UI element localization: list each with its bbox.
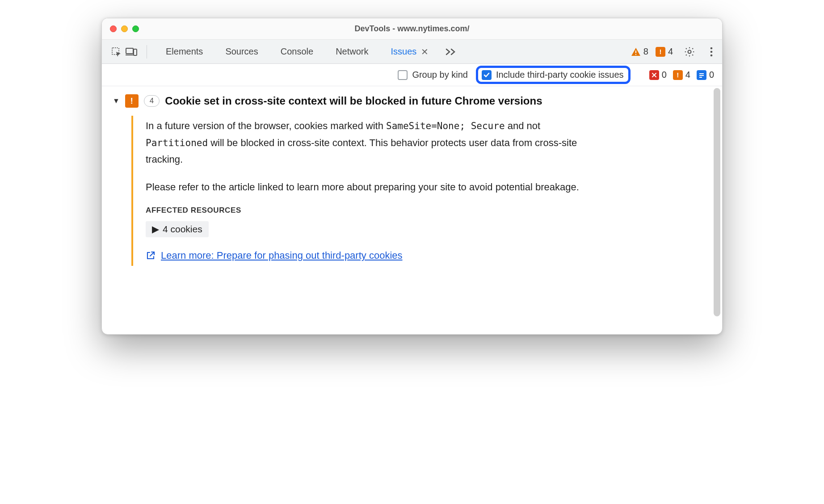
code-literal: SameSite=None; Secure [386,121,505,131]
tab-label: Elements [166,46,203,57]
count-value: 0 [709,70,714,80]
issues-panel-content: ▼ ! 4 Cookie set in cross-site context w… [102,86,722,334]
svg-rect-4 [635,50,636,53]
external-link-icon [146,251,156,260]
svg-rect-14 [699,77,702,78]
svg-rect-3 [134,49,137,55]
svg-rect-13 [699,75,704,76]
checkbox-label: Include third-party cookie issues [496,70,624,80]
warnings-count: 8 [643,46,648,57]
error-square-icon [649,70,659,80]
tab-label: Sources [225,46,258,57]
checkbox-checked-icon [482,70,492,80]
tab-label: Network [336,46,368,57]
affected-cookies-toggle[interactable]: ▶ 4 cookies [146,221,209,237]
issue-kind-badge-icon: ! [125,94,139,108]
checkbox-unchecked-icon [398,70,408,80]
issue-square-icon: ! [656,47,665,57]
svg-point-7 [710,47,713,49]
svg-line-15 [150,252,154,256]
info-count[interactable]: 0 [697,70,714,80]
tab-issues[interactable]: Issues ✕ [381,40,439,64]
close-tab-icon[interactable]: ✕ [421,46,429,57]
issue-kind-counts: 0 ! 4 0 [649,70,714,80]
svg-point-6 [688,50,691,53]
cookies-label: 4 cookies [163,224,202,235]
warning-square-icon: ! [673,70,683,80]
svg-point-9 [710,54,713,56]
info-square-icon [697,70,706,80]
tab-network[interactable]: Network [326,40,378,64]
window-title: DevTools - www.nytimes.com/ [102,24,722,34]
svg-point-8 [710,50,713,53]
svg-rect-5 [635,54,636,55]
more-tabs-icon[interactable] [441,48,462,56]
tab-label: Console [281,46,313,57]
issue-description-2: Please refer to the article linked to le… [146,179,587,195]
issues-filter-bar: Group by kind Include third-party cookie… [102,64,722,86]
issue-header-row[interactable]: ▼ ! 4 Cookie set in cross-site context w… [113,94,711,108]
issues-count: 4 [668,46,673,57]
group-by-kind-checkbox[interactable]: Group by kind [398,70,468,80]
devtools-tabstrip: Elements Sources Console Network Issues … [102,40,722,64]
warning-count[interactable]: ! 4 [673,70,690,80]
issue-description-1: In a future version of the browser, cook… [146,118,587,168]
expand-right-icon: ▶ [152,224,159,235]
devtools-window: DevTools - www.nytimes.com/ Elements Sou… [101,18,723,335]
checkbox-label: Group by kind [412,70,468,80]
issues-badge[interactable]: ! 4 [656,46,673,57]
tab-console[interactable]: Console [271,40,323,64]
issue-title: Cookie set in cross-site context will be… [165,95,542,107]
count-value: 4 [685,70,690,80]
issue-instance-count: 4 [144,95,160,107]
tab-elements[interactable]: Elements [156,40,213,64]
code-literal: Partitioned [146,138,208,148]
warning-triangle-icon [631,47,641,56]
include-third-party-checkbox[interactable]: Include third-party cookie issues [482,70,624,80]
tabstrip-right: 8 ! 4 [631,46,717,58]
device-toolbar-icon[interactable] [125,46,138,58]
issue-body: In a future version of the browser, cook… [131,116,587,266]
tab-label: Issues [391,46,417,57]
learn-more-link[interactable]: Learn more: Prepare for phasing out thir… [161,250,403,261]
settings-gear-icon[interactable] [680,46,699,58]
console-warnings-badge[interactable]: 8 [631,46,648,57]
scrollbar-thumb[interactable] [714,88,720,316]
divider [147,45,147,59]
count-value: 0 [662,70,667,80]
tab-sources[interactable]: Sources [215,40,268,64]
svg-rect-12 [699,73,704,74]
inspect-element-icon[interactable] [110,46,122,58]
affected-resources-heading: AFFECTED RESOURCES [146,206,587,215]
svg-rect-1 [126,48,133,54]
titlebar: DevTools - www.nytimes.com/ [102,18,722,40]
learn-more-row: Learn more: Prepare for phasing out thir… [146,250,587,261]
include-third-party-highlight: Include third-party cookie issues [476,66,631,84]
error-count[interactable]: 0 [649,70,667,80]
more-options-icon[interactable] [706,46,717,57]
expand-arrow-icon[interactable]: ▼ [113,97,120,105]
